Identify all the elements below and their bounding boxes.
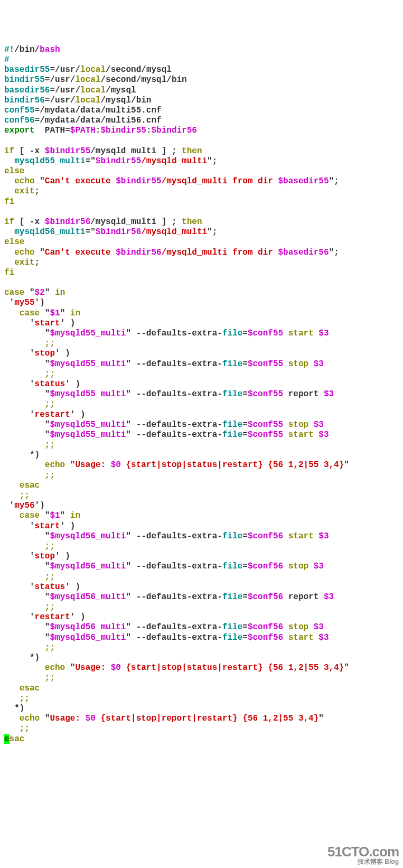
kw-else: else (4, 166, 24, 176)
kw-then: then (182, 217, 202, 227)
kw-esac: esac (20, 684, 40, 693)
kw-echo: echo (20, 714, 40, 723)
code-block: #!/bin/bash # basedir55=/usr/local/secon… (4, 45, 399, 744)
var-conf55: conf55 (4, 106, 35, 115)
shebang-path: /bin/ (14, 45, 40, 54)
kw-if: if (4, 146, 14, 156)
kw-exit: exit (14, 258, 34, 267)
kw-fi: fi (4, 197, 14, 207)
kw-exit: exit (14, 186, 34, 196)
kw-else: else (4, 237, 24, 247)
shebang-bash: bash (40, 45, 60, 54)
shebang-hash: #! (4, 45, 14, 54)
var-conf56: conf56 (4, 116, 35, 125)
var-bindir55: bindir55 (4, 75, 45, 85)
var-bindir56: bindir56 (4, 96, 45, 105)
comment-hash: # (4, 55, 10, 64)
kw-case: case (20, 309, 40, 318)
kw-echo: echo (14, 176, 34, 186)
kw-fi: fi (4, 268, 14, 277)
kw-case: case (20, 511, 40, 520)
var-basedir56: basedir56 (4, 86, 50, 95)
kw-esac: esac (20, 481, 40, 490)
kw-echo: echo (45, 460, 65, 470)
kw-export: export (4, 126, 35, 135)
cursor: e (4, 734, 10, 744)
kw-then: then (182, 146, 202, 156)
kw-echo: echo (45, 663, 65, 673)
var-basedir55: basedir55 (4, 65, 50, 74)
kw-if: if (4, 217, 14, 227)
kw-case: case (4, 288, 24, 297)
kw-echo: echo (14, 248, 34, 257)
